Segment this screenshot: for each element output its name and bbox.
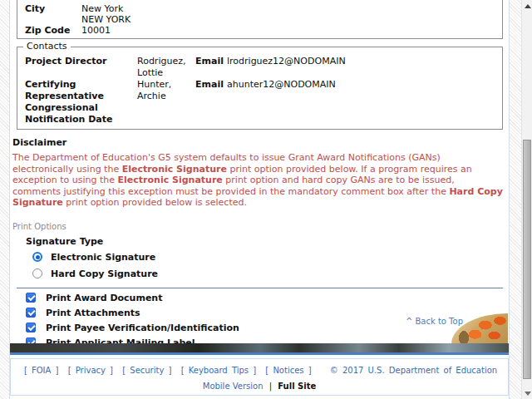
print-payee-verification-checkbox[interactable] bbox=[26, 323, 36, 332]
notices-link[interactable]: [ Notices ] bbox=[265, 366, 311, 375]
project-director-name: Rodriguez, Lottie bbox=[137, 56, 192, 79]
radio-dot-icon bbox=[36, 255, 40, 259]
city-label: City bbox=[25, 3, 81, 14]
scroll-up-button[interactable] bbox=[522, 0, 532, 12]
address-row-city: City New York bbox=[25, 3, 502, 14]
keyboard-tips-link[interactable]: [ Keyboard Tips ] bbox=[181, 366, 256, 375]
signature-type-label: Signature Type bbox=[26, 236, 509, 247]
privacy-link[interactable]: [ Privacy ] bbox=[68, 366, 113, 375]
main-content: City New York NEW YORK Zip Code 10001 Co… bbox=[9, 0, 510, 399]
scrollbar-thumb[interactable] bbox=[523, 140, 531, 379]
scroll-up-icon bbox=[525, 4, 531, 8]
zip-value: 10001 bbox=[81, 25, 111, 36]
congressional-date-email-label bbox=[195, 102, 224, 126]
address-row-zip: Zip Code 10001 bbox=[25, 25, 502, 36]
disclaimer-bold1: Electronic Signature bbox=[122, 164, 227, 175]
contact-row-project-director: Project Director Rodriguez, Lottie Email… bbox=[25, 56, 502, 79]
print-award-document-label[interactable]: Print Award Document bbox=[46, 293, 162, 303]
hard-copy-signature-radio[interactable] bbox=[32, 268, 42, 278]
vertical-scrollbar[interactable] bbox=[521, 0, 532, 399]
zip-label: Zip Code bbox=[25, 25, 81, 36]
decorative-photo-strip bbox=[10, 343, 509, 355]
radio-row-electronic-signature: Electronic Signature bbox=[32, 252, 509, 263]
print-options-section-label: Print Options bbox=[12, 222, 509, 231]
certifying-rep-name: Hunter, Archie bbox=[137, 79, 192, 102]
full-site-text: Full Site bbox=[278, 382, 316, 391]
project-director-email-label: Email bbox=[195, 56, 224, 79]
address-row-city-caps: NEW YORK bbox=[25, 14, 502, 25]
scroll-down-button[interactable] bbox=[522, 387, 532, 399]
security-link[interactable]: [ Security ] bbox=[122, 366, 171, 375]
contact-row-congressional-date: Congressional Notification Date bbox=[25, 102, 502, 126]
contact-row-certifying-rep: Certifying Representative Hunter, Archie… bbox=[25, 79, 502, 102]
disclaimer-bold2: Electronic Signature bbox=[118, 175, 223, 185]
print-award-document-checkbox[interactable] bbox=[26, 293, 36, 303]
radio-row-hard-copy-signature: Hard Copy Signature bbox=[32, 268, 509, 279]
mobile-version-link[interactable]: Mobile Version bbox=[203, 382, 264, 391]
contacts-legend: Contacts bbox=[23, 42, 71, 52]
print-attachments-label[interactable]: Print Attachments bbox=[46, 308, 140, 318]
back-to-top-link[interactable]: ^ Back to Top bbox=[406, 317, 463, 326]
congressional-date-email bbox=[227, 102, 502, 126]
page-background: City New York NEW YORK Zip Code 10001 Co… bbox=[0, 0, 532, 399]
print-payee-verification-label[interactable]: Print Payee Verification/Identification bbox=[46, 323, 239, 333]
section-divider bbox=[17, 288, 503, 288]
copyright-text: © 2017 U.S. Department of Education bbox=[330, 366, 497, 375]
city-caps-label bbox=[25, 14, 81, 25]
certifying-rep-email-label: Email bbox=[195, 79, 224, 102]
foia-link[interactable]: [ FOIA ] bbox=[24, 366, 59, 375]
footer-version-row: Mobile Version | Full Site bbox=[11, 382, 508, 391]
electronic-signature-radio[interactable] bbox=[32, 252, 42, 262]
contacts-fieldset: Contacts Project Director Rodriguez, Lot… bbox=[17, 47, 503, 130]
address-fieldset: City New York NEW YORK Zip Code 10001 bbox=[17, 0, 503, 39]
electronic-signature-label[interactable]: Electronic Signature bbox=[51, 252, 155, 263]
certifying-rep-label: Certifying Representative bbox=[25, 79, 134, 102]
city-value: New York bbox=[81, 3, 123, 14]
scroll-down-icon bbox=[525, 392, 531, 396]
print-attachments-checkbox[interactable] bbox=[26, 308, 36, 318]
check-row-print-award-document: Print Award Document bbox=[26, 293, 509, 303]
disclaimer-text: The Department of Education's G5 system … bbox=[12, 152, 504, 209]
hard-copy-signature-label[interactable]: Hard Copy Signature bbox=[51, 268, 158, 279]
footer: [ FOIA ] [ Privacy ] [ Security ] [ Keyb… bbox=[10, 358, 509, 396]
disclaimer-part4: print option provided below is selected. bbox=[63, 197, 247, 208]
disclaimer-heading: Disclaimer bbox=[12, 137, 509, 148]
certifying-rep-email: ahunter12@NODOMAIN bbox=[227, 79, 502, 102]
project-director-label: Project Director bbox=[25, 56, 134, 79]
congressional-date-name bbox=[137, 102, 192, 126]
city-caps-value: NEW YORK bbox=[81, 14, 131, 25]
footer-separator: | bbox=[269, 382, 272, 391]
project-director-email: lrodriguez12@NODOMAIN bbox=[227, 56, 502, 79]
congressional-date-label: Congressional Notification Date bbox=[25, 102, 134, 126]
footer-links-row: [ FOIA ] [ Privacy ] [ Security ] [ Keyb… bbox=[11, 366, 508, 375]
